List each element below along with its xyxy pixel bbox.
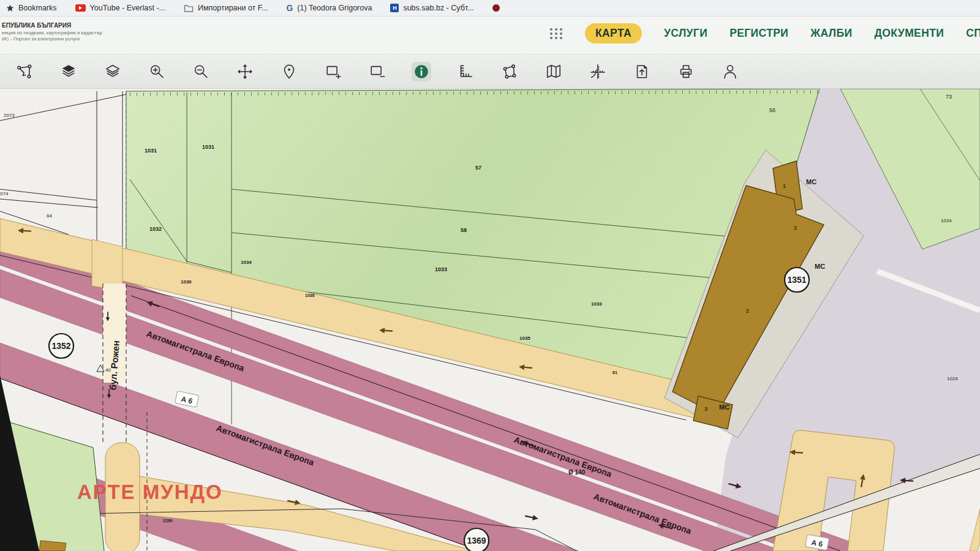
- map-road-label: АРТЕ МУНДО: [77, 481, 223, 503]
- map-parcel-label: 73: [946, 94, 952, 100]
- bookmarks-bar: Bookmarks YouTube - Everlast -... Импорт…: [0, 0, 980, 17]
- pan-icon[interactable]: [235, 62, 255, 81]
- site-header: ЕПУБЛИКА БЪЛГАРИЯ енция по геодезия, кар…: [0, 17, 980, 54]
- bookmark-subs-sab-bz[interactable]: H subs.sab.bz - Субт...: [390, 4, 473, 12]
- bookmark-unlabeled[interactable]: [492, 4, 500, 12]
- map-parcel-label: 57: [475, 165, 481, 171]
- logo-line-1: ЕПУБЛИКА БЪЛГАРИЯ: [2, 22, 102, 30]
- map-parcel-label: 1033: [591, 301, 602, 307]
- measure-area-icon[interactable]: [500, 62, 519, 81]
- bookmark-label: (1) Teodora Grigorova: [297, 4, 372, 12]
- map-parcel-label: 1032: [149, 226, 162, 232]
- svg-text:1351: 1351: [787, 275, 806, 285]
- bookmark-youtube[interactable]: YouTube - Everlast -...: [75, 4, 165, 12]
- select-rect-remove-icon[interactable]: [368, 62, 387, 81]
- logo-line-2: енция по геодезия, картография и кадастъ…: [2, 30, 102, 36]
- map-parcel-label: 1033: [435, 266, 447, 272]
- map-ref-circle: 1351: [785, 268, 809, 292]
- map-parcel-label: 1024: [947, 376, 958, 381]
- nav-item-karta[interactable]: КАРТА: [585, 23, 642, 43]
- map-canvas[interactable]: А 6А 6 103110311032103410301036575810331…: [0, 89, 980, 551]
- map-parcel-label: МС: [815, 263, 825, 270]
- map-parcel-label: 2073: [4, 113, 15, 118]
- nav-item-dokumenti[interactable]: ДОКУМЕНТИ: [874, 27, 944, 40]
- youtube-icon: [75, 4, 86, 12]
- print-icon[interactable]: [676, 62, 696, 81]
- map-parcel-label: 1034: [241, 260, 252, 265]
- nav-item-zhalbi[interactable]: ЖАЛБИ: [810, 27, 852, 40]
- map-parcel-label: 56: [769, 107, 775, 113]
- bookmark-label: YouTube - Everlast -...: [90, 4, 165, 12]
- map-parcel-label: 64: [47, 213, 52, 219]
- map-parcel-label: 3: [704, 406, 707, 412]
- logo-line-3: ИС - Портал за електронни услуги: [2, 36, 102, 42]
- nav-item-spravki[interactable]: СПР: [966, 27, 980, 40]
- locate-pin-icon[interactable]: [279, 62, 299, 81]
- map-parcel-label: 074: [0, 191, 9, 197]
- nav-item-uslugi[interactable]: УСЛУГИ: [664, 27, 707, 40]
- map-parcel-label: МС: [806, 178, 816, 186]
- map-parcel-label: 1: [783, 183, 786, 189]
- info-tool-icon[interactable]: [412, 62, 431, 81]
- bookmark-label: subs.sab.bz - Субт...: [403, 4, 473, 12]
- map-parcel-label: 61: [612, 370, 617, 375]
- map-parcel-label: 2: [746, 308, 749, 314]
- star-icon: [6, 4, 14, 12]
- folder-icon: [184, 4, 194, 12]
- google-g-icon: G: [286, 3, 293, 13]
- map-parcel-label: 58: [461, 227, 467, 233]
- map-parcel-label: 1030: [181, 279, 192, 285]
- agency-logo: ЕПУБЛИКА БЪЛГАРИЯ енция по геодезия, кар…: [2, 22, 102, 42]
- layers-icon[interactable]: [103, 62, 123, 81]
- bookmark-imported-folder[interactable]: Импортирани от F...: [184, 4, 268, 12]
- svg-text:1369: 1369: [467, 536, 486, 545]
- map-parcel-label: 1035: [519, 335, 530, 341]
- nav-item-registri[interactable]: РЕГИСТРИ: [729, 27, 788, 40]
- main-nav: КАРТА УСЛУГИ РЕГИСТРИ ЖАЛБИ ДОКУМЕНТИ СП…: [550, 23, 980, 43]
- map-ref-circle: 1352: [49, 334, 74, 358]
- bookmark-google-doc[interactable]: G (1) Teodora Grigorova: [286, 3, 372, 13]
- map-parcel-label: 2290: [163, 519, 173, 523]
- map-parcel-label: 1036: [305, 293, 315, 298]
- coordinates-icon[interactable]: [588, 62, 608, 81]
- red-dot-icon: [492, 4, 500, 12]
- zoom-in-icon[interactable]: [147, 62, 167, 81]
- map-ref-circle: 1369: [464, 528, 489, 551]
- route-tool-icon[interactable]: [15, 62, 34, 81]
- bookmark-label: Bookmarks: [18, 4, 57, 12]
- cadastral-map[interactable]: А 6А 6 103110311032103410301036575810331…: [0, 89, 980, 551]
- svg-text:1352: 1352: [51, 341, 70, 351]
- site-blue-icon: H: [390, 4, 399, 12]
- base-layers-icon[interactable]: [59, 62, 78, 81]
- map-parcel-label: 1024: [941, 218, 952, 223]
- map-parcel-label: Ø 140: [568, 469, 586, 476]
- map-parcel-label: 1031: [202, 144, 214, 150]
- user-icon[interactable]: [720, 62, 740, 81]
- zoom-out-icon[interactable]: [191, 62, 211, 81]
- map-parcel-label: МС: [719, 403, 729, 411]
- measure-length-icon[interactable]: [456, 62, 475, 81]
- apps-grid-icon[interactable]: [550, 28, 563, 39]
- select-rect-add-icon[interactable]: [323, 62, 343, 81]
- bookmark-bookmarks[interactable]: Bookmarks: [6, 4, 57, 12]
- map-sheets-icon[interactable]: [544, 62, 564, 81]
- bookmark-label: Импортирани от F...: [198, 4, 268, 12]
- map-toolbar: [0, 54, 980, 89]
- map-parcel-label: 1031: [145, 148, 157, 154]
- map-parcel-label: 2: [794, 225, 797, 231]
- export-icon[interactable]: [632, 62, 652, 81]
